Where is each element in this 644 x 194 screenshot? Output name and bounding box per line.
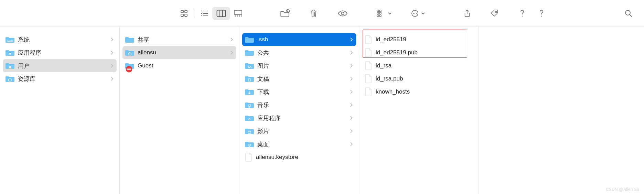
svg-rect-2 — [181, 14, 183, 17]
list-item[interactable]: 文稿 — [242, 72, 356, 85]
svg-point-31 — [413, 13, 414, 13]
folder-icon — [245, 127, 254, 135]
chevron-right-icon — [350, 63, 353, 68]
list-item[interactable]: A 应用程序 — [242, 111, 356, 125]
list-item[interactable]: 图片 — [242, 59, 356, 72]
list-item[interactable]: 共享 — [122, 33, 236, 46]
svg-rect-44 — [127, 68, 131, 69]
list-item[interactable]: 公共 — [242, 46, 356, 59]
chevron-right-icon — [350, 89, 353, 94]
column-2: .ssh 公共 图片 文稿 下载 — [239, 27, 359, 194]
folder-icon — [245, 62, 254, 69]
svg-rect-14 — [235, 15, 236, 17]
item-label: 共享 — [138, 36, 227, 44]
svg-rect-29 — [379, 15, 381, 17]
list-item[interactable]: .ssh — [242, 33, 356, 46]
tags-button[interactable] — [487, 7, 503, 20]
svg-rect-0 — [181, 10, 183, 13]
svg-point-35 — [522, 15, 523, 16]
folder-icon — [125, 49, 134, 56]
chevron-right-icon — [350, 76, 353, 81]
item-label: 文稿 — [257, 75, 346, 83]
chevron-right-icon — [350, 50, 353, 55]
list-item[interactable]: 音乐 — [242, 98, 356, 111]
folder-icon — [245, 49, 254, 56]
list-item[interactable]: A 应用程序 — [3, 46, 117, 59]
share-button[interactable] — [459, 7, 475, 20]
item-label: id_ed25519 — [376, 36, 472, 43]
folder-icon — [245, 101, 254, 109]
list-item[interactable]: 资源库 — [3, 72, 117, 85]
item-label: 系统 — [18, 36, 107, 44]
chevron-right-icon — [110, 76, 113, 81]
list-item[interactable]: 用户 — [3, 59, 117, 72]
item-label: 下载 — [257, 88, 346, 96]
list-item[interactable]: Guest — [122, 59, 236, 72]
item-label: 公共 — [257, 49, 346, 57]
item-label: 图片 — [257, 62, 346, 70]
chevron-right-icon — [350, 116, 353, 120]
svg-rect-28 — [377, 15, 379, 17]
list-item[interactable]: id_rsa.pub — [362, 72, 476, 85]
svg-point-36 — [541, 15, 542, 16]
folder-icon — [245, 140, 254, 148]
svg-point-4 — [201, 10, 202, 11]
search-button[interactable] — [621, 7, 636, 20]
item-label: 应用程序 — [18, 49, 107, 57]
view-columns-button[interactable] — [212, 7, 230, 20]
chevron-right-icon — [110, 50, 113, 55]
trash-button[interactable] — [306, 7, 322, 20]
group-button[interactable] — [374, 7, 395, 20]
svg-rect-25 — [379, 10, 381, 12]
list-item[interactable]: 桌面 — [242, 138, 356, 151]
item-label: 应用程序 — [257, 114, 346, 122]
folder-icon — [125, 62, 134, 69]
list-item[interactable]: 影片 — [242, 125, 356, 138]
item-label: 音乐 — [257, 101, 346, 109]
svg-point-41 — [9, 66, 11, 67]
toolbar — [0, 0, 644, 27]
item-label: 资源库 — [18, 75, 107, 83]
column-3: id_ed25519 id_ed25519.pub id_rsa id_rsa.… — [359, 27, 479, 194]
svg-text:A: A — [248, 117, 251, 121]
item-label: allensu — [138, 49, 227, 56]
columns-area: macOS 系统 A 应用程序 用户 资源库 共享 — [0, 27, 644, 194]
folder-icon — [6, 62, 14, 69]
list-item[interactable]: known_hosts — [362, 85, 476, 98]
new-folder-button[interactable] — [277, 7, 293, 20]
view-icons-button[interactable] — [176, 7, 192, 20]
help-button-1[interactable] — [514, 7, 530, 20]
svg-rect-27 — [379, 12, 381, 14]
list-item[interactable]: 下载 — [242, 85, 356, 98]
item-label: Guest — [138, 62, 233, 69]
chevron-down-icon — [388, 12, 392, 15]
item-label: 桌面 — [257, 140, 346, 148]
view-list-button[interactable] — [196, 7, 212, 20]
svg-rect-3 — [185, 14, 187, 17]
preview-eye-button[interactable] — [335, 7, 351, 20]
list-item[interactable]: id_ed25519.pub — [362, 46, 476, 59]
svg-point-45 — [248, 66, 249, 67]
folder-icon — [245, 75, 254, 83]
svg-point-32 — [415, 13, 415, 13]
svg-rect-24 — [377, 10, 379, 12]
item-label: known_hosts — [376, 88, 472, 95]
column-1: 共享 allensu Guest — [120, 27, 239, 194]
column-0: macOS 系统 A 应用程序 用户 资源库 — [0, 27, 120, 194]
svg-point-8 — [201, 15, 202, 16]
list-item[interactable]: id_ed25519 — [362, 33, 476, 46]
view-gallery-button[interactable] — [230, 7, 246, 20]
chevron-right-icon — [110, 63, 113, 68]
folder-icon — [6, 75, 14, 83]
list-item[interactable]: allensu.keystore — [242, 151, 356, 164]
svg-text:A: A — [9, 52, 11, 55]
item-label: 影片 — [257, 127, 346, 135]
item-label: id_ed25519.pub — [376, 49, 472, 56]
list-item[interactable]: allensu — [122, 46, 236, 59]
actions-button[interactable] — [408, 7, 428, 20]
item-label: id_rsa.pub — [376, 75, 472, 82]
file-icon — [365, 61, 372, 70]
help-button-2[interactable] — [534, 7, 549, 20]
list-item[interactable]: id_rsa — [362, 59, 476, 72]
list-item[interactable]: macOS 系统 — [3, 33, 117, 46]
